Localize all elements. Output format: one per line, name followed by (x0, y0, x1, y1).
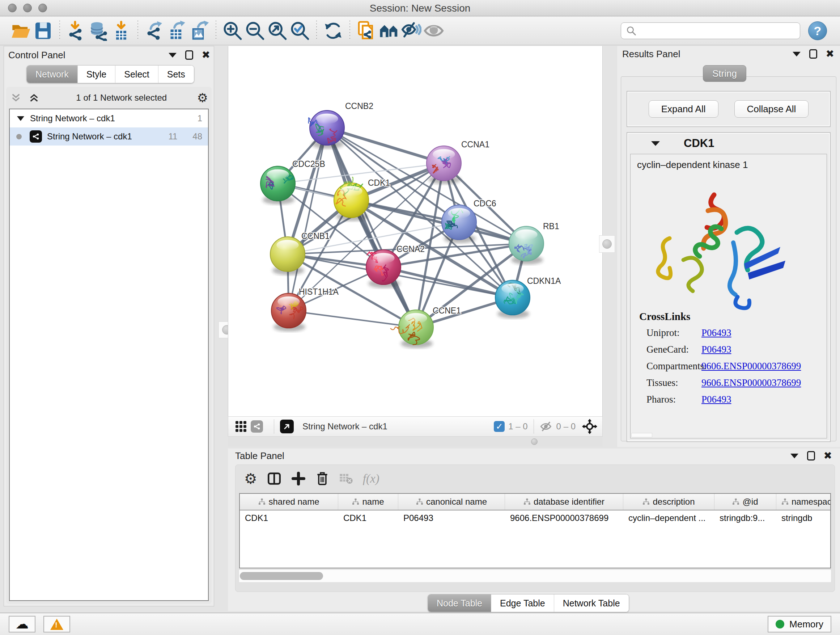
export-image-button[interactable] (188, 19, 210, 42)
table-cell[interactable]: stringdb (776, 513, 831, 523)
table-cell[interactable]: P06493 (398, 513, 505, 523)
detach-view-icon[interactable] (280, 420, 294, 433)
gene-section-header[interactable]: CDK1 (629, 134, 829, 152)
tab-style[interactable]: Style (77, 65, 115, 83)
edge[interactable] (289, 128, 327, 310)
hidden-eye-icon[interactable] (540, 420, 553, 432)
column-header[interactable]: shared name (240, 494, 338, 510)
node-table[interactable]: shared name name canonical name database… (239, 493, 831, 568)
export-network-button[interactable] (143, 19, 166, 42)
column-header[interactable]: name (338, 494, 398, 510)
collection-disclosure-icon[interactable] (17, 116, 24, 121)
tab-select[interactable]: Select (115, 65, 158, 83)
table-cell[interactable]: 9606.ENSP00000378699 (505, 513, 623, 523)
memory-button[interactable]: Memory (767, 616, 831, 632)
tab-network-table[interactable]: Network Table (554, 594, 629, 612)
gene-disclosure-icon[interactable] (651, 141, 660, 146)
import-network-database-button[interactable] (88, 19, 110, 42)
toolbar-divider (216, 21, 216, 41)
float-panel-icon[interactable] (790, 454, 798, 458)
column-header[interactable]: description (623, 494, 714, 510)
tab-edge-table[interactable]: Edge Table (491, 594, 554, 612)
hide-panels-button[interactable] (400, 19, 423, 42)
show-columns-icon[interactable] (267, 471, 282, 486)
table-row[interactable]: CDK1CDK1P064939606.ENSP00000378699cyclin… (240, 510, 830, 526)
close-panel-icon[interactable]: ✖ (824, 451, 832, 461)
results-scrollbar[interactable] (631, 433, 652, 437)
expand-all-icon[interactable] (28, 92, 40, 103)
gene-name: CDK1 (684, 137, 714, 150)
crosslink-genecard-link[interactable]: P06493 (701, 344, 731, 355)
maximize-panel-icon[interactable] (807, 451, 815, 461)
save-session-button[interactable] (32, 19, 54, 42)
close-panel-icon[interactable]: ✖ (202, 50, 210, 60)
node-CCNE1[interactable]: CCNE1 (391, 306, 461, 348)
network-view-string-icon[interactable] (251, 420, 263, 432)
crosslink-tissues-link[interactable]: 9606.ENSP00000378699 (701, 377, 801, 388)
refresh-button[interactable] (322, 19, 344, 42)
table-cell[interactable]: CDK1 (240, 513, 338, 523)
tab-network[interactable]: Network (27, 65, 77, 83)
float-panel-icon[interactable] (793, 52, 801, 57)
table-cell[interactable]: stringdb:9... (714, 513, 776, 523)
open-session-button[interactable] (9, 19, 32, 42)
create-column-icon[interactable] (291, 471, 306, 486)
export-table-button[interactable] (166, 19, 188, 42)
table-cell[interactable]: CDK1 (338, 513, 398, 523)
edge[interactable] (327, 128, 444, 163)
search-input[interactable] (621, 22, 800, 39)
node-CCNA1[interactable]: CCNA1 (426, 140, 489, 184)
zoom-fit-button[interactable] (266, 19, 289, 42)
network-view[interactable]: CCNB2CCNA1CDC25BCDK1CDC6RB1CCNB1CCNA2CDK… (228, 46, 603, 416)
column-header[interactable]: namespace (776, 494, 831, 510)
node-CDKN1A[interactable]: CDKN1A (495, 276, 561, 318)
crosslink-uniprot-link[interactable]: P06493 (701, 327, 731, 339)
zoom-in-button[interactable] (221, 19, 244, 42)
zoom-selected-button[interactable] (289, 19, 311, 42)
collapse-all-button[interactable]: Collapse All (734, 100, 809, 118)
selected-checkbox[interactable]: ✓ (494, 421, 505, 432)
edge[interactable] (289, 310, 416, 327)
float-panel-icon[interactable] (169, 53, 177, 57)
expand-all-button[interactable]: Expand All (649, 100, 718, 118)
warnings-button[interactable] (43, 616, 70, 632)
edge[interactable] (327, 128, 416, 327)
hidden-count: 0 – 0 (556, 421, 576, 432)
toolbar-divider (349, 21, 350, 41)
column-header[interactable]: @id (714, 494, 776, 510)
column-header[interactable]: database identifier (505, 494, 623, 510)
tab-string[interactable]: String (703, 65, 746, 82)
network-collection-row[interactable]: String Network – cdk1 1 (10, 109, 208, 127)
table-options-gear-icon[interactable]: ⚙ (244, 471, 257, 486)
delete-column-icon[interactable] (315, 471, 330, 486)
maximize-panel-icon[interactable] (809, 49, 817, 59)
table-cell[interactable]: cyclin–dependent ... (623, 513, 714, 523)
node-HIST1H1A[interactable]: HIST1H1A (271, 287, 339, 332)
maximize-panel-icon[interactable] (185, 50, 193, 60)
birdseye-view-button[interactable] (378, 19, 400, 42)
clone-network-button[interactable] (355, 19, 378, 42)
collapse-all-icon[interactable] (10, 92, 22, 103)
import-table-button[interactable] (110, 19, 133, 42)
grid-view-icon[interactable] (235, 421, 246, 432)
zoom-out-button[interactable] (244, 19, 266, 42)
pan-crosshair-icon[interactable] (582, 419, 597, 434)
node-RB1[interactable]: RB1 (509, 222, 559, 264)
tab-sets[interactable]: Sets (158, 65, 194, 83)
right-splitter-handle[interactable] (599, 235, 615, 253)
crosslink-pharos-link[interactable]: P06493 (701, 394, 731, 405)
scrollbar-thumb[interactable] (240, 572, 323, 580)
table-scrollbar[interactable] (239, 570, 831, 582)
crosslink-compartments-link[interactable]: 9606.ENSP00000378699 (701, 361, 801, 372)
show-panels-button[interactable] (423, 19, 445, 42)
horizontal-splitter[interactable] (228, 437, 603, 447)
network-row-selected[interactable]: String Network – cdk1 11 48 (10, 127, 208, 146)
column-header[interactable]: canonical name (398, 494, 505, 510)
cloud-button[interactable]: ☁ (9, 616, 35, 632)
network-options-gear-icon[interactable]: ⚙ (197, 92, 208, 104)
tab-node-table[interactable]: Node Table (428, 594, 491, 612)
close-panel-icon[interactable]: ✖ (826, 49, 834, 59)
import-network-file-button[interactable] (65, 19, 88, 42)
node-CCNB2[interactable]: CCNB2 (309, 101, 373, 149)
help-button[interactable]: ? (808, 21, 827, 40)
